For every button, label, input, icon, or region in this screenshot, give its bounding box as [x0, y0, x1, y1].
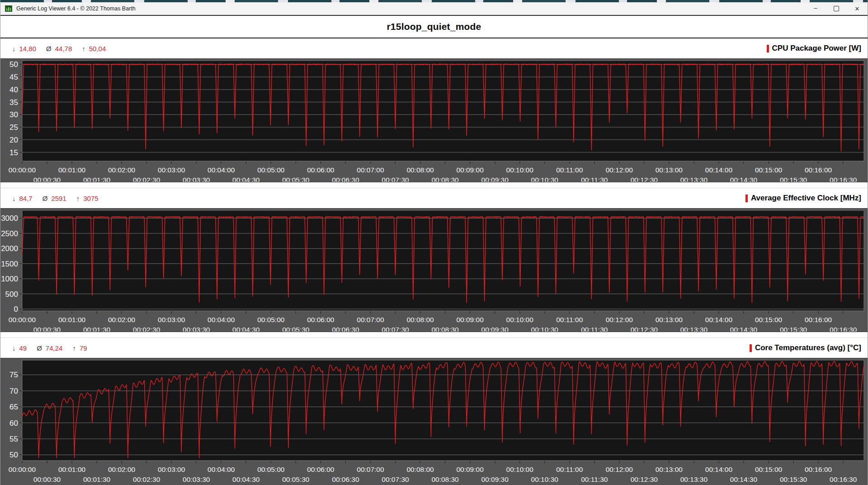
- svg-text:00:12:00: 00:12:00: [606, 466, 633, 473]
- svg-text:00:00:00: 00:00:00: [9, 466, 36, 473]
- svg-text:00:01:30: 00:01:30: [83, 326, 110, 332]
- svg-text:00:16:00: 00:16:00: [805, 316, 832, 323]
- stats-row: ↓ 84,7 Ø 2591 ↑ 3075 Average Effective C…: [0, 188, 868, 208]
- svg-text:00:14:30: 00:14:30: [730, 475, 757, 483]
- svg-text:00:11:00: 00:11:00: [556, 316, 583, 323]
- svg-text:00:02:30: 00:02:30: [133, 326, 160, 332]
- chart-canvas-effective-clock: 30002500200015001000500000:00:0000:01:00…: [0, 208, 868, 332]
- svg-text:00:14:00: 00:14:00: [705, 466, 732, 473]
- svg-text:00:14:00: 00:14:00: [705, 166, 732, 174]
- svg-text:00:16:30: 00:16:30: [830, 326, 857, 332]
- close-button[interactable]: ✕: [847, 2, 868, 15]
- svg-text:00:16:00: 00:16:00: [805, 466, 832, 473]
- stat-max-value: 50,04: [89, 45, 106, 52]
- svg-text:00:02:30: 00:02:30: [133, 176, 160, 182]
- svg-text:00:04:00: 00:04:00: [208, 166, 235, 174]
- svg-text:00:15:30: 00:15:30: [780, 475, 807, 483]
- stats-row: ↓ 49 Ø 74,24 ↑ 79 Core Temperatures (avg…: [0, 338, 868, 358]
- svg-text:00:00:30: 00:00:30: [33, 176, 61, 182]
- max-arrow-icon: ↑: [82, 45, 85, 52]
- svg-text:00:15:30: 00:15:30: [780, 176, 807, 182]
- svg-text:00:02:00: 00:02:00: [108, 466, 135, 473]
- svg-text:00:03:30: 00:03:30: [183, 326, 210, 332]
- legend-label: Core Temperatures (avg) [°C]: [755, 343, 861, 352]
- stats-row: ↓ 14,80 Ø 44,78 ↑ 50,04 CPU Package Powe…: [0, 38, 868, 58]
- svg-text:00:07:00: 00:07:00: [357, 466, 384, 473]
- window-title: Generic Log Viewer 6.4 - © 2022 Thomas B…: [16, 5, 805, 12]
- stat-min-value: 14,80: [19, 45, 37, 52]
- svg-text:55: 55: [9, 435, 18, 443]
- svg-text:00:13:30: 00:13:30: [680, 176, 708, 182]
- chart-legend: CPU Package Power [W]: [767, 44, 861, 53]
- svg-text:20: 20: [9, 136, 18, 144]
- svg-text:00:01:00: 00:01:00: [58, 466, 85, 473]
- average-icon: Ø: [46, 45, 52, 52]
- average-icon: Ø: [37, 344, 42, 352]
- svg-text:1000: 1000: [1, 275, 18, 283]
- svg-text:00:05:30: 00:05:30: [282, 176, 309, 182]
- svg-text:00:12:00: 00:12:00: [606, 166, 633, 174]
- svg-text:00:15:30: 00:15:30: [780, 326, 807, 332]
- svg-text:00:07:00: 00:07:00: [357, 166, 384, 174]
- svg-text:00:13:30: 00:13:30: [680, 326, 708, 332]
- svg-text:00:15:00: 00:15:00: [755, 316, 782, 323]
- chart-section-core-temperatures: ↓ 49 Ø 74,24 ↑ 79 Core Temperatures (avg…: [0, 338, 868, 485]
- svg-text:00:15:00: 00:15:00: [755, 466, 782, 473]
- chart-stats: ↓ 84,7 Ø 2591 ↑ 3075: [12, 195, 108, 202]
- svg-text:75: 75: [9, 371, 18, 379]
- min-arrow-icon: ↓: [12, 195, 16, 202]
- svg-text:00:06:30: 00:06:30: [332, 176, 359, 182]
- chart-legend: Core Temperatures (avg) [°C]: [750, 343, 861, 352]
- svg-text:00:12:00: 00:12:00: [606, 316, 633, 323]
- svg-text:50: 50: [9, 60, 18, 69]
- svg-text:00:12:30: 00:12:30: [631, 475, 658, 483]
- svg-text:00:09:30: 00:09:30: [481, 326, 509, 332]
- svg-text:3000: 3000: [1, 214, 18, 223]
- svg-text:00:10:00: 00:10:00: [506, 166, 533, 174]
- svg-text:00:08:30: 00:08:30: [431, 475, 458, 483]
- svg-text:00:08:30: 00:08:30: [431, 176, 458, 182]
- svg-text:00:13:00: 00:13:00: [656, 466, 683, 473]
- svg-text:00:16:30: 00:16:30: [830, 475, 857, 483]
- svg-text:00:05:00: 00:05:00: [257, 316, 284, 323]
- svg-text:00:03:00: 00:03:00: [158, 316, 185, 323]
- svg-text:00:11:30: 00:11:30: [581, 176, 608, 182]
- svg-text:00:09:30: 00:09:30: [481, 176, 509, 182]
- series-color-marker: [767, 45, 769, 52]
- svg-text:00:01:30: 00:01:30: [83, 475, 110, 483]
- svg-text:00:07:30: 00:07:30: [382, 176, 409, 182]
- stat-max-value: 79: [80, 344, 87, 352]
- legend-label: CPU Package Power [W]: [772, 44, 861, 53]
- svg-text:500: 500: [5, 290, 18, 299]
- svg-text:00:16:30: 00:16:30: [830, 176, 857, 182]
- page-title: r15loop_quiet_mode: [387, 21, 481, 32]
- svg-text:00:07:00: 00:07:00: [357, 316, 384, 323]
- svg-text:00:10:30: 00:10:30: [531, 176, 558, 182]
- svg-text:00:09:00: 00:09:00: [456, 166, 483, 174]
- svg-text:00:02:00: 00:02:00: [108, 166, 135, 174]
- min-arrow-icon: ↓: [12, 45, 16, 52]
- svg-text:00:08:00: 00:08:00: [406, 466, 434, 473]
- svg-text:00:06:00: 00:06:00: [307, 316, 334, 323]
- svg-text:35: 35: [9, 98, 18, 107]
- svg-text:00:04:00: 00:04:00: [208, 316, 235, 323]
- max-arrow-icon: ↑: [72, 344, 76, 352]
- svg-text:1500: 1500: [1, 260, 18, 268]
- svg-text:25: 25: [9, 123, 18, 132]
- svg-text:00:02:00: 00:02:00: [108, 316, 135, 323]
- svg-text:00:09:00: 00:09:00: [456, 316, 483, 323]
- svg-text:2500: 2500: [1, 229, 18, 238]
- minimize-button[interactable]: –: [805, 2, 826, 15]
- svg-text:00:10:30: 00:10:30: [531, 475, 558, 483]
- svg-text:00:03:30: 00:03:30: [183, 176, 210, 182]
- svg-text:00:04:30: 00:04:30: [232, 326, 259, 332]
- stat-min-value: 84,7: [19, 195, 33, 202]
- maximize-button[interactable]: [826, 2, 847, 15]
- stat-max-value: 3075: [83, 195, 98, 202]
- svg-text:00:07:30: 00:07:30: [382, 326, 409, 332]
- svg-text:00:10:30: 00:10:30: [531, 326, 558, 332]
- svg-text:40: 40: [9, 86, 18, 94]
- chart-stats: ↓ 49 Ø 74,24 ↑ 79: [12, 344, 97, 352]
- close-icon: ✕: [855, 6, 860, 12]
- stat-avg-value: 2591: [51, 195, 66, 202]
